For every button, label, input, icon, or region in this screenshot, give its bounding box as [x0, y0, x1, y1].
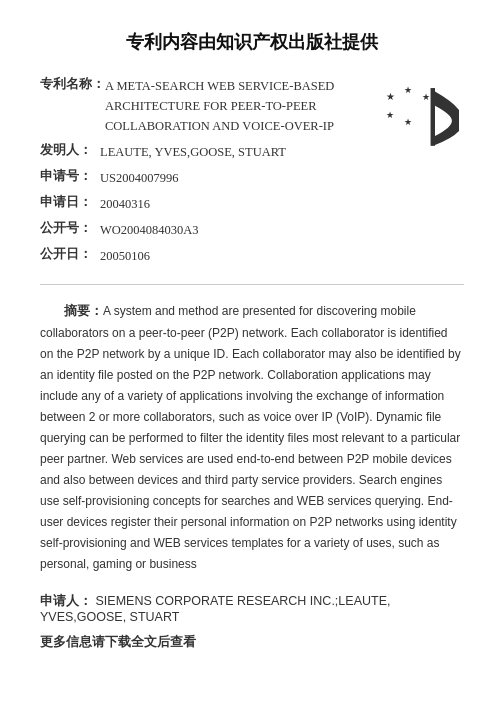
meta-value-5: 20050106: [100, 246, 150, 266]
svg-text:★: ★: [422, 92, 430, 102]
svg-text:★: ★: [386, 110, 394, 120]
meta-row-5: 公开日： 20050106: [40, 246, 464, 266]
meta-value-2: US2004007996: [100, 168, 178, 188]
section-divider: [40, 284, 464, 285]
more-info-link[interactable]: 更多信息请下载全文后查看: [40, 634, 464, 651]
logo-area: ★ ★ ★ ★ ★: [374, 76, 464, 156]
meta-label-4: 公开号：: [40, 220, 100, 237]
meta-label-1: 发明人：: [40, 142, 100, 159]
applicant-row: 申请人： SIEMENS CORPORATE RESEARCH INC.;LEA…: [40, 593, 464, 624]
meta-value-1: LEAUTE, YVES,GOOSE, STUART: [100, 142, 286, 162]
meta-label-5: 公开日：: [40, 246, 100, 263]
meta-row-3: 申请日： 20040316: [40, 194, 464, 214]
meta-value-4: WO2004084030A3: [100, 220, 199, 240]
abstract-text: 摘要：A system and method are presented for…: [40, 301, 464, 575]
svg-text:★: ★: [386, 91, 395, 102]
info-section: ★ ★ ★ ★ ★ 专利名称： A META-SEARCH WEB SERVIC…: [40, 76, 464, 266]
applicant-value: SIEMENS CORPORATE RESEARCH INC.;LEAUTE, …: [40, 594, 390, 624]
meta-label-2: 申请号：: [40, 168, 100, 185]
abstract-body: A system and method are presented for di…: [40, 304, 461, 571]
meta-value-3: 20040316: [100, 194, 150, 214]
abstract-label: 摘要：: [64, 304, 103, 318]
svg-text:★: ★: [404, 117, 412, 127]
page-title: 专利内容由知识产权出版社提供: [40, 30, 464, 54]
meta-value-0: A META-SEARCH WEB SERVICE-BASED ARCHITEC…: [105, 76, 365, 136]
page-wrapper: 专利内容由知识产权出版社提供 ★ ★ ★ ★ ★ 专利名称： A META-SE…: [0, 0, 504, 681]
logo-icon: ★ ★ ★ ★ ★: [379, 79, 459, 154]
svg-rect-5: [431, 88, 435, 146]
meta-label-0: 专利名称：: [40, 76, 105, 93]
abstract-section: 摘要：A system and method are presented for…: [40, 301, 464, 575]
svg-text:★: ★: [404, 85, 412, 95]
applicant-label: 申请人：: [40, 594, 92, 608]
meta-row-4: 公开号： WO2004084030A3: [40, 220, 464, 240]
meta-row-2: 申请号： US2004007996: [40, 168, 464, 188]
meta-label-3: 申请日：: [40, 194, 100, 211]
